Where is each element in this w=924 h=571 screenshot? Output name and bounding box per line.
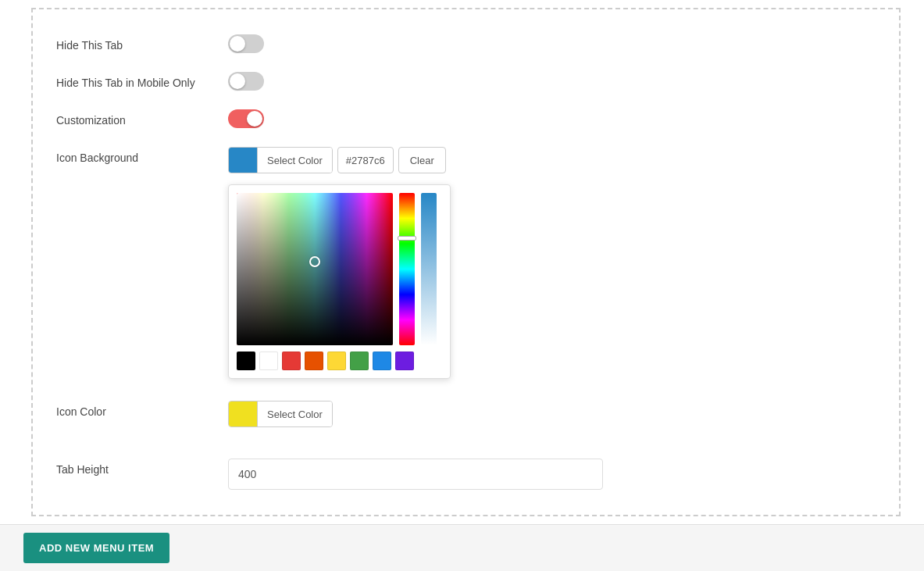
customization-label: Customization bbox=[56, 109, 228, 127]
customization-toggle[interactable] bbox=[228, 109, 264, 128]
icon-background-hex: #2787c6 bbox=[337, 147, 394, 173]
hide-tab-mobile-control bbox=[228, 72, 264, 91]
icon-color-select-label: Select Color bbox=[257, 401, 332, 426]
main-content: Hide This Tab Hide This Tab in Mobile On… bbox=[0, 0, 924, 524]
icon-background-clear-btn[interactable]: Clear bbox=[398, 147, 446, 173]
hide-tab-mobile-toggle-knob bbox=[230, 73, 245, 89]
add-menu-item-button[interactable]: ADD NEW MENU ITEM bbox=[23, 533, 169, 563]
hide-tab-mobile-label: Hide This Tab in Mobile Only bbox=[56, 72, 228, 89]
gradient-brightness-layer bbox=[237, 193, 393, 345]
hue-slider[interactable] bbox=[399, 193, 415, 345]
icon-background-row: Icon Background Select Color #2787c6 Cle… bbox=[56, 137, 876, 388]
preset-color-swatch[interactable] bbox=[305, 352, 323, 370]
hide-tab-row: Hide This Tab bbox=[56, 25, 876, 62]
color-gradient-box[interactable] bbox=[237, 193, 393, 345]
hide-tab-toggle[interactable] bbox=[228, 34, 264, 53]
customization-row: Customization bbox=[56, 100, 876, 137]
tab-height-label: Tab Height bbox=[56, 459, 228, 476]
preset-color-swatch[interactable] bbox=[237, 352, 255, 370]
customization-toggle-knob bbox=[247, 111, 262, 127]
hide-tab-label: Hide This Tab bbox=[56, 34, 228, 52]
preset-colors bbox=[237, 352, 442, 370]
preset-color-swatch[interactable] bbox=[282, 352, 301, 370]
color-picker-popup bbox=[228, 184, 451, 379]
bottom-bar: ADD NEW MENU ITEM bbox=[0, 524, 924, 571]
settings-panel: Hide This Tab Hide This Tab in Mobile On… bbox=[31, 8, 901, 516]
icon-color-swatch bbox=[229, 401, 257, 427]
hide-tab-mobile-row: Hide This Tab in Mobile Only bbox=[56, 62, 876, 100]
icon-color-select-btn[interactable]: Select Color bbox=[228, 401, 333, 427]
icon-background-label: Icon Background bbox=[56, 147, 228, 164]
picker-area bbox=[237, 193, 442, 345]
icon-color-row: Icon Color Select Color bbox=[56, 391, 876, 437]
preset-color-swatch[interactable] bbox=[327, 352, 346, 370]
icon-color-control: Select Color bbox=[228, 401, 333, 427]
icon-background-select-label: Select Color bbox=[257, 148, 332, 173]
tab-height-control bbox=[228, 459, 603, 490]
icon-background-select-btn[interactable]: Select Color bbox=[228, 147, 333, 173]
preset-color-swatch[interactable] bbox=[350, 352, 369, 370]
tab-height-input[interactable] bbox=[228, 459, 603, 490]
hue-thumb bbox=[398, 236, 416, 241]
preset-color-swatch[interactable] bbox=[259, 352, 278, 370]
preset-color-swatch[interactable] bbox=[395, 352, 414, 370]
hide-tab-control bbox=[228, 34, 264, 53]
icon-background-control: Select Color #2787c6 Clear bbox=[228, 147, 451, 379]
icon-background-swatch bbox=[229, 147, 257, 173]
customization-control bbox=[228, 109, 264, 128]
alpha-slider[interactable] bbox=[421, 193, 437, 345]
hide-tab-mobile-toggle[interactable] bbox=[228, 72, 264, 91]
hide-tab-toggle-knob bbox=[230, 36, 245, 52]
preset-color-swatch[interactable] bbox=[373, 352, 391, 370]
tab-height-row: Tab Height bbox=[56, 449, 876, 499]
icon-color-label: Icon Color bbox=[56, 401, 228, 418]
